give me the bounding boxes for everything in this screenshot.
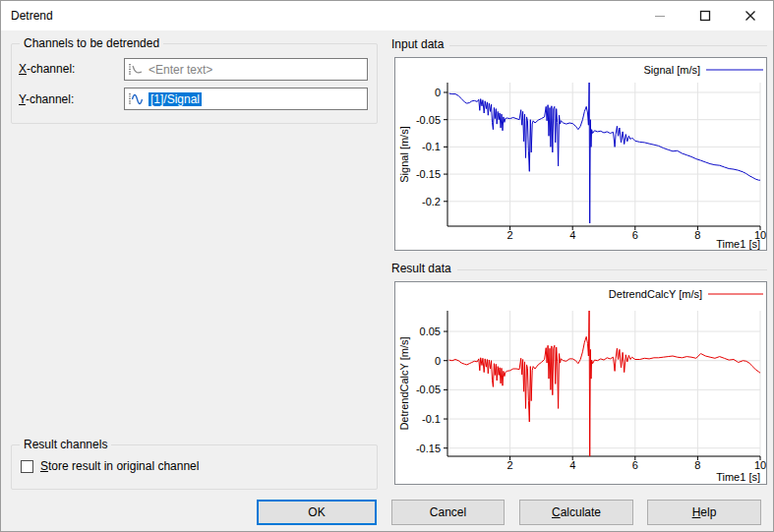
y-axis-label: DetrendCalcY [m/s] <box>398 336 410 430</box>
detrend-dialog: Detrend Channels to be detrended X-chann… <box>0 0 774 532</box>
svg-text:-0.15: -0.15 <box>416 168 441 180</box>
svg-text:6: 6 <box>632 229 638 241</box>
svg-text:0: 0 <box>435 87 441 98</box>
svg-text:4: 4 <box>569 229 575 241</box>
result-data-title: Result data <box>391 262 451 275</box>
svg-text:-0.2: -0.2 <box>422 196 441 207</box>
y-channel-input[interactable]: [1]/Signal <box>124 88 368 110</box>
result-detrend-chart: 0.050-0.05-0.1-0.15246810Time1 [s]Detren… <box>395 282 766 484</box>
x-channel-placeholder: <Enter text> <box>149 63 212 77</box>
calculate-button[interactable]: Calculate <box>519 500 633 525</box>
legend: DetrendCalcY [m/s] <box>609 288 763 300</box>
close-icon <box>744 10 756 22</box>
input-signal-chart: 0-0.05-0.1-0.15-0.2246810Time1 [s]Signal… <box>395 58 766 250</box>
svg-text:-0.05: -0.05 <box>416 384 441 395</box>
grid-lines <box>447 83 760 226</box>
input-chart-panel: 0-0.05-0.1-0.15-0.2246810Time1 [s]Signal… <box>394 57 767 251</box>
title-bar[interactable]: Detrend <box>1 1 773 30</box>
svg-text:2: 2 <box>507 229 513 241</box>
input-data-title: Input data <box>391 37 444 51</box>
svg-text:10: 10 <box>754 459 766 471</box>
y-channel-value: [1]/Signal <box>149 92 202 106</box>
input-series-line <box>449 82 760 223</box>
svg-text:8: 8 <box>694 229 700 241</box>
svg-text:4: 4 <box>569 459 575 471</box>
svg-text:-0.05: -0.05 <box>416 114 441 126</box>
cancel-button[interactable]: Cancel <box>391 500 505 525</box>
svg-text:0.05: 0.05 <box>420 325 441 337</box>
store-result-checkbox-label: Store result in original channel <box>40 459 199 473</box>
input-data-header: Input data <box>391 37 767 51</box>
svg-text:-0.15: -0.15 <box>416 443 441 454</box>
result-series-line <box>449 310 760 461</box>
svg-text:8: 8 <box>694 459 700 471</box>
ok-button[interactable]: OK <box>257 500 377 525</box>
svg-text:6: 6 <box>632 459 638 471</box>
result-data-rule <box>457 269 767 270</box>
x-axis-label: Time1 [s] <box>716 471 760 483</box>
svg-text:Signal [m/s]: Signal [m/s] <box>644 64 700 76</box>
decay-curve-icon <box>128 62 145 78</box>
svg-text:0: 0 <box>435 355 441 367</box>
channels-groupbox: Channels to be detrended <box>11 43 378 124</box>
x-channel-label: X-channel: <box>19 62 75 76</box>
tick-labels: 0.050-0.05-0.1-0.15246810 <box>416 325 766 471</box>
x-channel-input[interactable]: <Enter text> <box>124 58 368 81</box>
svg-text:-0.1: -0.1 <box>422 413 441 425</box>
y-axis-label: Signal [m/s] <box>398 126 410 182</box>
x-axis-label: Time1 [s] <box>716 238 760 250</box>
tick-labels: 0-0.05-0.1-0.15-0.2246810 <box>416 87 766 241</box>
result-data-header: Result data <box>391 262 767 275</box>
y-channel-label: Y-channel: <box>19 92 74 106</box>
channels-group-title: Channels to be detrended <box>20 36 163 50</box>
svg-text:DetrendCalcY [m/s]: DetrendCalcY [m/s] <box>609 288 702 300</box>
minimize-button[interactable] <box>637 1 683 30</box>
minimize-icon <box>654 10 666 22</box>
titlebar-buttons <box>637 1 773 30</box>
result-chart-panel: 0.050-0.05-0.1-0.15246810Time1 [s]Detren… <box>394 281 767 485</box>
close-button[interactable] <box>728 1 773 30</box>
window-title: Detrend <box>11 9 53 23</box>
sine-curve-icon <box>128 91 145 107</box>
svg-text:2: 2 <box>507 459 513 471</box>
help-button[interactable]: Help <box>647 500 761 525</box>
input-data-rule <box>449 45 767 46</box>
result-channels-group-title: Result channels <box>20 438 111 451</box>
maximize-button[interactable] <box>683 1 728 30</box>
axes <box>444 311 760 460</box>
legend: Signal [m/s] <box>644 64 763 76</box>
maximize-icon <box>699 10 711 22</box>
svg-text:-0.1: -0.1 <box>422 141 441 152</box>
grid-lines <box>447 311 760 456</box>
store-result-checkbox[interactable] <box>21 460 33 473</box>
